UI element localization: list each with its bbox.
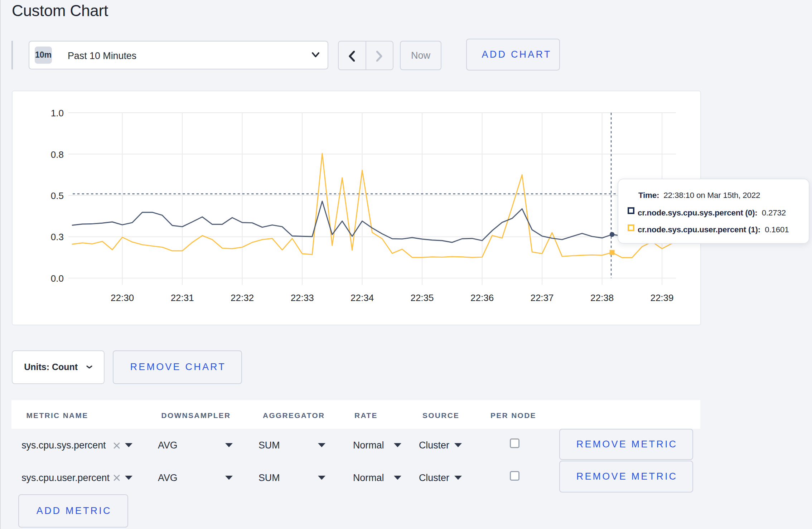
svg-text:22:34: 22:34 <box>351 292 374 303</box>
svg-text:0.3: 0.3 <box>51 232 64 242</box>
svg-text:22:35: 22:35 <box>410 292 434 303</box>
svg-text:22:36: 22:36 <box>470 292 494 303</box>
svg-text:0.8: 0.8 <box>51 149 64 160</box>
svg-text:22:31: 22:31 <box>171 292 194 303</box>
svg-text:0.5: 0.5 <box>51 190 64 201</box>
svg-text:22:37: 22:37 <box>530 292 554 303</box>
svg-text:0.0: 0.0 <box>51 273 64 284</box>
svg-text:22:32: 22:32 <box>231 292 254 303</box>
svg-text:22:38: 22:38 <box>590 292 614 303</box>
svg-text:22:30: 22:30 <box>111 292 134 303</box>
svg-text:1.0: 1.0 <box>51 108 64 118</box>
svg-text:22:39: 22:39 <box>650 292 673 303</box>
svg-text:22:33: 22:33 <box>291 292 314 303</box>
